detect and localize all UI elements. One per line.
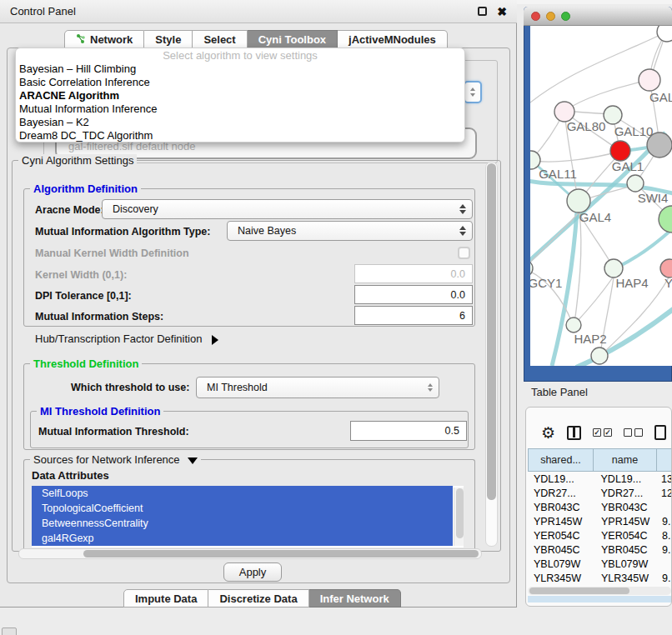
- expand-arrow-icon: [212, 335, 218, 345]
- table-cell-name: YLR345W: [594, 572, 657, 584]
- network-node-GAL4[interactable]: [567, 189, 590, 212]
- dropdown-item[interactable]: Bayesian – K2: [16, 116, 464, 129]
- attribute-list-scroll-thumb[interactable]: [456, 488, 464, 538]
- columns-icon[interactable]: [567, 426, 581, 440]
- table-cell-value: 13: [656, 473, 672, 485]
- network-node-GAL1[interactable]: [610, 141, 630, 161]
- table-cell-name: YPR145W: [594, 516, 657, 528]
- apply-button[interactable]: Apply: [223, 562, 282, 582]
- table-cell-name: YDL19...: [594, 473, 657, 485]
- dpi-tolerance-field[interactable]: 0.0: [354, 285, 473, 304]
- sources-expander[interactable]: Sources for Network Inference: [30, 453, 201, 466]
- network-window-titlebar: [524, 7, 672, 26]
- hub-definition-label: Hub/Transcription Factor Definition: [35, 332, 202, 345]
- tab-impute-data[interactable]: Impute Data: [123, 589, 208, 608]
- tab-network[interactable]: Network: [64, 30, 144, 49]
- aracne-mode-combobox[interactable]: Discovery: [102, 199, 473, 219]
- which-threshold-label: Which threshold to use:: [71, 382, 189, 393]
- tab-style[interactable]: Style: [144, 30, 193, 49]
- settings-horizontal-scroll-thumb[interactable]: [83, 550, 479, 558]
- dropdown-item[interactable]: ARACNE Algorithm: [16, 89, 464, 102]
- table-cell-shared-name: YBR043C: [528, 502, 594, 513]
- minimized-panel-button[interactable]: [2, 628, 17, 635]
- tab-infer-network[interactable]: Infer Network: [309, 589, 401, 608]
- network-canvas[interactable]: GALGAL80GAL10GAL1GAL11SWI4GAL4GCY1HAP4YH…: [530, 26, 672, 366]
- table-header-cell[interactable]: name: [594, 448, 657, 472]
- table-row[interactable]: YPR145WYPR145W9.: [528, 514, 672, 528]
- network-node-top-arc[interactable]: [657, 26, 672, 42]
- dropdown-item[interactable]: Mutual Information Inference: [16, 102, 464, 116]
- network-node-GAL10[interactable]: [604, 106, 622, 124]
- mi-threshold-field[interactable]: 0.5: [350, 421, 467, 441]
- table-row[interactable]: YER054CYER054C8.: [528, 528, 672, 542]
- mi-steps-field[interactable]: 6: [354, 306, 473, 325]
- unchecked-pair-icon[interactable]: [624, 428, 643, 437]
- network-node-big-green[interactable]: [659, 206, 672, 232]
- algorithm-dropdown-popup: Select algorithm to view settings Bayesi…: [15, 48, 465, 142]
- table-row[interactable]: YBR043CYBR043C: [528, 500, 672, 514]
- close-traffic-light-icon[interactable]: [531, 12, 540, 21]
- settings-vertical-scroll-thumb[interactable]: [487, 163, 496, 500]
- which-threshold-combobox[interactable]: MI Threshold: [196, 377, 439, 398]
- table-cell-value: 12: [656, 488, 672, 499]
- zoom-traffic-light-icon[interactable]: [561, 12, 570, 21]
- attribute-list-item[interactable]: TopologicalCoefficient: [32, 501, 453, 516]
- tab-jactivemnodules[interactable]: jActiveMNodules: [338, 30, 448, 49]
- network-node-label: GAL1: [612, 159, 644, 173]
- hub-definition-expander[interactable]: Hub/Transcription Factor Definition: [35, 332, 218, 345]
- dropdown-item[interactable]: Basic Correlation Inference: [16, 76, 464, 89]
- table-horizontal-scroll-thumb[interactable]: [529, 588, 629, 594]
- network-graph[interactable]: GALGAL80GAL10GAL1GAL11SWI4GAL4GCY1HAP4YH…: [530, 26, 672, 366]
- network-node-HAP2[interactable]: [566, 318, 581, 332]
- table-header-cell[interactable]: shared...: [528, 448, 594, 472]
- top-tabstrip: NetworkStyleSelectCyni ToolboxjActiveMNo…: [64, 30, 448, 49]
- attribute-list-scrollbar[interactable]: [454, 488, 464, 546]
- minimize-traffic-light-icon[interactable]: [546, 12, 555, 21]
- tab-select[interactable]: Select: [193, 30, 247, 49]
- float-window-icon[interactable]: [478, 7, 487, 16]
- attribute-list-item[interactable]: SelfLoops: [32, 486, 453, 501]
- dropdown-item[interactable]: Dream8 DC_TDC Algorithm: [16, 129, 464, 142]
- mi-algorithm-type-combobox[interactable]: Naive Bayes: [227, 221, 473, 241]
- table-cell-name: YBL079W: [594, 558, 657, 570]
- checked-pair-icon[interactable]: ✓✓: [593, 428, 612, 437]
- table-row[interactable]: YBL079WYBL079W: [528, 557, 672, 571]
- algorithm-combobox-stepper[interactable]: [464, 81, 482, 103]
- table-panel-title: Table Panel: [531, 386, 588, 398]
- file-icon[interactable]: [654, 425, 666, 440]
- table-cell-shared-name: YDR27...: [528, 488, 594, 499]
- network-node-SWI4[interactable]: [627, 175, 644, 192]
- network-node-bottom-cut[interactable]: [591, 348, 608, 364]
- apply-button-label: Apply: [239, 566, 267, 578]
- combobox-stepper-icon: [428, 383, 433, 392]
- table-row[interactable]: YLR345WYLR345W9.: [528, 571, 672, 585]
- network-node-Y-cut[interactable]: [660, 259, 672, 278]
- gear-icon[interactable]: ⚙: [541, 425, 555, 441]
- mi-threshold-definition-title: MI Threshold Definition: [37, 405, 163, 418]
- table-header-cell[interactable]: [657, 448, 672, 472]
- table-row[interactable]: YBR045CYBR045C9.: [528, 542, 672, 557]
- application-window: Control Panel ✖ NetworkStyleSelectCyni T…: [0, 0, 672, 635]
- mi-steps-label: Mutual Information Steps:: [35, 311, 163, 322]
- table-row[interactable]: YDL19...YDL19...13: [528, 472, 672, 486]
- close-icon[interactable]: ✖: [497, 5, 507, 18]
- bottom-tabstrip: Impute DataDiscretize DataInfer Network: [123, 589, 401, 608]
- manual-kernel-checkbox[interactable]: [458, 247, 470, 259]
- table-cell-shared-name: YBR045C: [528, 544, 594, 556]
- tab-cyni-toolbox[interactable]: Cyni Toolbox: [248, 30, 338, 49]
- control-panel-title: Control Panel: [10, 5, 76, 18]
- dropdown-item[interactable]: Bayesian – Hill Climbing: [16, 62, 464, 76]
- network-node-GCY1[interactable]: [530, 260, 533, 277]
- network-node-GAL-cut[interactable]: [639, 69, 660, 91]
- stepper-up-icon: [470, 88, 475, 91]
- table-row[interactable]: YDR27...YDR27...12: [528, 486, 672, 500]
- mi-steps-value: 6: [459, 310, 465, 322]
- network-node-HAP4[interactable]: [604, 259, 623, 278]
- manual-kernel-label: Manual Kernel Width Definition: [35, 248, 189, 259]
- table-cell-name: YBR043C: [594, 502, 657, 513]
- tab-discretize-data[interactable]: Discretize Data: [208, 589, 308, 608]
- mi-algorithm-type-value: Naive Bayes: [238, 225, 296, 237]
- attribute-list-item[interactable]: gal4RGexp: [32, 531, 453, 546]
- kernel-width-field[interactable]: 0.0: [354, 264, 473, 283]
- attribute-list-item[interactable]: BetweennessCentrality: [32, 516, 453, 531]
